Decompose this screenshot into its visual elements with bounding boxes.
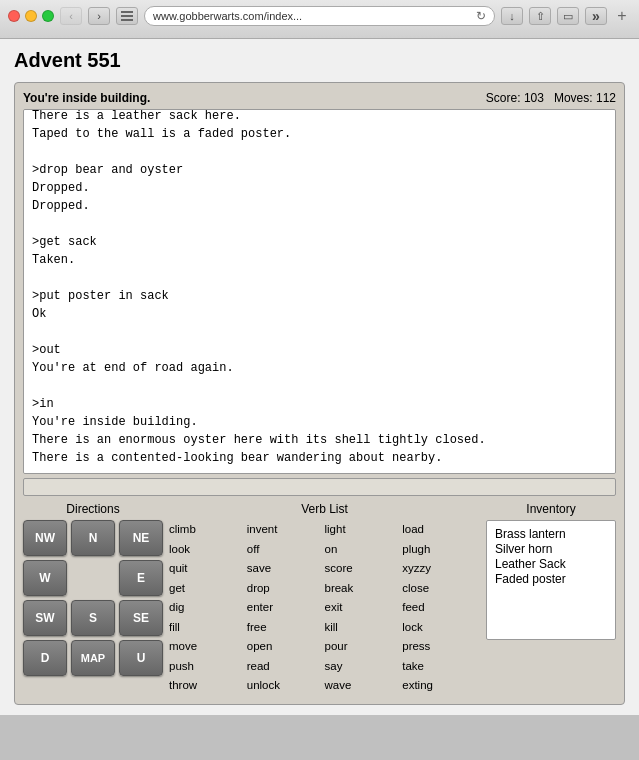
more-button[interactable]: » <box>585 7 607 25</box>
verb-lock[interactable]: lock <box>402 618 480 638</box>
page-wrapper: Advent 551 You're inside building. Score… <box>0 39 639 715</box>
verb-get[interactable]: get <box>169 579 247 599</box>
verb-exit[interactable]: exit <box>325 598 403 618</box>
inventory-item: Brass lantern <box>495 527 607 541</box>
verb-dig[interactable]: dig <box>169 598 247 618</box>
verb-press[interactable]: press <box>402 637 480 657</box>
directions-panel: Directions NWNNEWESWSSEDMAPU <box>23 502 163 696</box>
dir-btn-map[interactable]: MAP <box>71 640 115 676</box>
verb-climb[interactable]: climb <box>169 520 247 540</box>
verb-invent[interactable]: invent <box>247 520 325 540</box>
back-button[interactable]: ‹ <box>60 7 82 25</box>
inventory-item: Silver horn <box>495 542 607 556</box>
moves-value: 112 <box>596 91 616 105</box>
verb-panel: Verb List climbinventlightloadlookoffonp… <box>169 502 480 696</box>
browser-chrome: ‹ › www.gobberwarts.com/index... ↻ ↓ ⇧ ▭… <box>0 0 639 39</box>
verb-say[interactable]: say <box>325 657 403 677</box>
game-container: You're inside building. Score: 103 Moves… <box>14 82 625 705</box>
game-output: An opening leads south. >prayYou are bei… <box>23 109 616 474</box>
verb-break[interactable]: break <box>325 579 403 599</box>
output-line: >drop bear and oyster <box>32 161 607 179</box>
score-label: Score: <box>486 91 521 105</box>
output-line: Taken. <box>32 251 607 269</box>
inventory-item: Faded poster <box>495 572 607 586</box>
verb-read[interactable]: read <box>247 657 325 677</box>
verb-free[interactable]: free <box>247 618 325 638</box>
output-line <box>32 323 607 341</box>
output-line <box>32 215 607 233</box>
dir-btn-se[interactable]: SE <box>119 600 163 636</box>
close-button[interactable] <box>8 10 20 22</box>
verb-xyzzy[interactable]: xyzzy <box>402 559 480 579</box>
verb-pour[interactable]: pour <box>325 637 403 657</box>
game-input-bar[interactable] <box>23 478 616 496</box>
verb-kill[interactable]: kill <box>325 618 403 638</box>
verb-plugh[interactable]: plugh <box>402 540 480 560</box>
verb-push[interactable]: push <box>169 657 247 677</box>
dir-btn-e[interactable]: E <box>119 560 163 596</box>
verb-score[interactable]: score <box>325 559 403 579</box>
verb-exting[interactable]: exting <box>402 676 480 696</box>
output-line <box>32 377 607 395</box>
dir-btn-n[interactable]: N <box>71 520 115 556</box>
verb-close[interactable]: close <box>402 579 480 599</box>
dir-btn-d[interactable]: D <box>23 640 67 676</box>
verb-quit[interactable]: quit <box>169 559 247 579</box>
output-line: >put poster in sack <box>32 287 607 305</box>
sidebar-button[interactable] <box>116 7 138 25</box>
verb-take[interactable]: take <box>402 657 480 677</box>
output-line: You're at end of road again. <box>32 359 607 377</box>
inventory-panel: Inventory Brass lanternSilver hornLeathe… <box>486 502 616 696</box>
output-line: You're inside building. <box>32 413 607 431</box>
verb-save[interactable]: save <box>247 559 325 579</box>
inventory-item: Leather Sack <box>495 557 607 571</box>
forward-button[interactable]: › <box>88 7 110 25</box>
minimize-button[interactable] <box>25 10 37 22</box>
download-icon[interactable]: ↓ <box>501 7 523 25</box>
verb-enter[interactable]: enter <box>247 598 325 618</box>
dir-btn-w[interactable]: W <box>23 560 67 596</box>
new-tab-button[interactable]: + <box>613 7 631 25</box>
refresh-icon[interactable]: ↻ <box>476 9 486 23</box>
verb-drop[interactable]: drop <box>247 579 325 599</box>
verb-look[interactable]: look <box>169 540 247 560</box>
dir-btn-u[interactable]: U <box>119 640 163 676</box>
output-line: Ok <box>32 305 607 323</box>
directions-title: Directions <box>23 502 163 516</box>
output-line: >get sack <box>32 233 607 251</box>
verb-feed[interactable]: feed <box>402 598 480 618</box>
share-icon[interactable]: ⇧ <box>529 7 551 25</box>
verb-on[interactable]: on <box>325 540 403 560</box>
verb-load[interactable]: load <box>402 520 480 540</box>
maximize-button[interactable] <box>42 10 54 22</box>
verb-fill[interactable]: fill <box>169 618 247 638</box>
output-line: There is a leather sack here. <box>32 109 607 125</box>
output-line: >out <box>32 341 607 359</box>
verb-wave[interactable]: wave <box>325 676 403 696</box>
verb-grid: climbinventlightloadlookoffonplughquitsa… <box>169 520 480 696</box>
score-text: Score: 103 Moves: 112 <box>486 91 616 105</box>
inventory-title: Inventory <box>486 502 616 516</box>
page-title: Advent 551 <box>14 49 625 72</box>
new-window-icon[interactable]: ▭ <box>557 7 579 25</box>
verb-light[interactable]: light <box>325 520 403 540</box>
verb-open[interactable]: open <box>247 637 325 657</box>
score-value: 103 <box>524 91 544 105</box>
verb-move[interactable]: move <box>169 637 247 657</box>
dir-btn-sw[interactable]: SW <box>23 600 67 636</box>
svg-rect-2 <box>121 19 133 21</box>
dir-btn-ne[interactable]: NE <box>119 520 163 556</box>
verb-throw[interactable]: throw <box>169 676 247 696</box>
traffic-lights <box>8 10 54 22</box>
verbs-title: Verb List <box>169 502 480 516</box>
url-text: www.gobberwarts.com/index... <box>153 10 472 22</box>
output-line: There is a contented-looking bear wander… <box>32 449 607 467</box>
output-line: Dropped. <box>32 179 607 197</box>
address-bar[interactable]: www.gobberwarts.com/index... ↻ <box>144 6 495 26</box>
verb-off[interactable]: off <box>247 540 325 560</box>
output-line: >in <box>32 395 607 413</box>
output-line: There is an enormous oyster here with it… <box>32 431 607 449</box>
verb-unlock[interactable]: unlock <box>247 676 325 696</box>
dir-btn-s[interactable]: S <box>71 600 115 636</box>
dir-btn-nw[interactable]: NW <box>23 520 67 556</box>
